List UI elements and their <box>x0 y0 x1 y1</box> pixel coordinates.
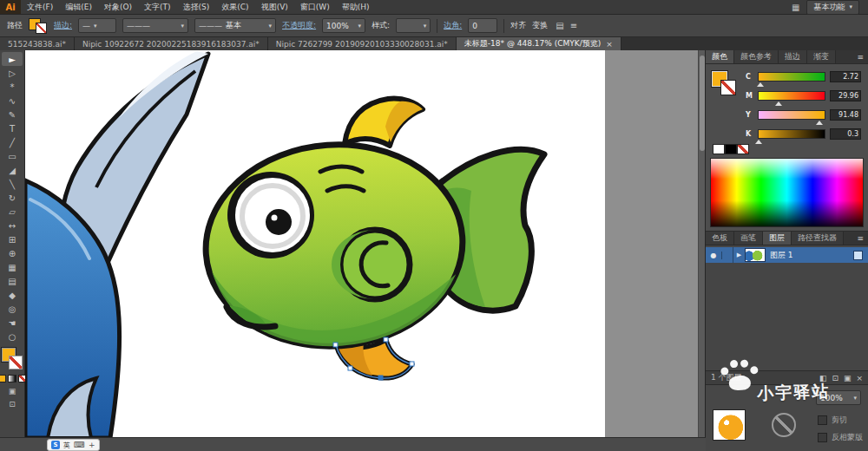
menu-view[interactable]: 视图(V) <box>255 0 294 14</box>
tab-gradient[interactable]: 渐变 <box>807 50 836 63</box>
menu-select[interactable]: 选择(S) <box>177 0 216 14</box>
yellow-value-field[interactable]: 91.48 <box>830 109 861 121</box>
document-tab[interactable]: 515243838.ai* <box>0 37 75 50</box>
menu-effect[interactable]: 效果(C) <box>215 0 254 14</box>
direct-selection-tool[interactable]: ▷ <box>2 66 23 80</box>
cyan-value-field[interactable]: 2.72 <box>830 71 861 82</box>
canvas-area[interactable] <box>25 50 706 438</box>
blue-fish[interactable] <box>25 51 208 438</box>
paintbrush-tool[interactable]: ◢ <box>2 163 23 177</box>
green-fish[interactable] <box>199 99 544 380</box>
layer-row[interactable]: ● ▶ 图层 1 <box>706 247 868 263</box>
opacity-select[interactable]: 100% ▾ <box>322 18 365 33</box>
object-thumbnail[interactable] <box>713 409 746 441</box>
invert-mask-option[interactable]: 反相蒙版 <box>818 432 863 443</box>
corner-label[interactable]: 边角: <box>444 20 462 31</box>
line-segment-tool[interactable]: ╱ <box>2 135 23 149</box>
arrange-documents-icon[interactable]: ▦ <box>792 3 799 12</box>
options-menu-icon[interactable]: ≡ <box>570 21 577 30</box>
menu-file[interactable]: 文件(F) <box>21 0 59 14</box>
shape-builder-tool[interactable]: ⊕ <box>2 246 23 260</box>
new-sublayer-icon[interactable]: ⊡ <box>832 374 838 382</box>
menu-window[interactable]: 窗口(W) <box>294 0 336 14</box>
screen-mode-button[interactable]: ⊡ <box>9 400 16 409</box>
hand-tool[interactable]: ☚ <box>2 316 23 330</box>
artboard-artwork[interactable] <box>25 50 605 438</box>
tab-layers[interactable]: 图层 <box>763 232 792 245</box>
blend-tool[interactable]: ◎ <box>2 302 23 316</box>
tab-color[interactable]: 颜色 <box>706 50 734 63</box>
gradient-mode-button[interactable] <box>8 375 16 382</box>
eyedropper-tool[interactable]: ◆ <box>2 288 23 302</box>
magenta-slider[interactable] <box>758 91 825 101</box>
tab-swatches[interactable]: 色板 <box>706 232 734 245</box>
free-transform-tool[interactable]: ⊞ <box>2 232 23 246</box>
gradient-tool[interactable]: ▤ <box>2 274 23 288</box>
selection-tool[interactable]: ► <box>2 52 23 66</box>
width-profile-select[interactable]: ——— ▾ <box>122 18 188 33</box>
align-panel-icon[interactable]: ▤ <box>556 21 563 30</box>
menu-help[interactable]: 帮助(H) <box>336 0 376 14</box>
opacity-panel-link[interactable]: 不透明度: <box>282 20 316 31</box>
workspace-switcher[interactable]: 基本功能 ▾ <box>806 0 859 15</box>
zoom-tool[interactable]: ○ <box>2 330 23 343</box>
selection-indicator[interactable] <box>853 251 863 260</box>
stroke-panel-link[interactable]: 描边: <box>54 20 72 31</box>
rectangle-tool[interactable]: ▭ <box>2 149 23 163</box>
clip-option[interactable]: 剪切 <box>818 415 863 426</box>
app-logo[interactable]: Ai <box>0 0 21 14</box>
stroke-swatch[interactable] <box>9 356 23 369</box>
menu-object[interactable]: 对象(O) <box>98 0 138 14</box>
tab-stroke[interactable]: 描边 <box>779 50 807 63</box>
none-swatch[interactable] <box>737 144 749 154</box>
new-layer-icon[interactable]: ▣ <box>844 374 852 382</box>
brush-select[interactable]: ——— 基本 ▾ <box>194 18 276 33</box>
menu-type[interactable]: 文字(T) <box>138 0 177 14</box>
transform-link[interactable]: 变换 <box>532 20 548 31</box>
tab-color-guide[interactable]: 颜色参考 <box>734 50 779 63</box>
fill-stroke-proxy[interactable] <box>712 71 738 97</box>
slider-handle[interactable] <box>757 79 764 87</box>
black-value-field[interactable]: 0.3 <box>830 128 861 140</box>
black-swatch[interactable] <box>725 144 737 154</box>
menu-edit[interactable]: 编辑(E) <box>59 0 98 14</box>
draw-mode-button[interactable]: ▣ <box>9 387 16 395</box>
opacity-select[interactable]: 100% ▾ <box>816 390 861 405</box>
style-select[interactable]: ▾ <box>396 18 431 33</box>
ime-lang-indicator[interactable]: 英 <box>63 441 70 450</box>
corner-field[interactable]: 0 <box>468 18 497 33</box>
fill-stroke-proxy[interactable] <box>29 17 48 34</box>
cyan-slider[interactable] <box>758 72 825 82</box>
color-mode-button[interactable] <box>0 375 6 382</box>
black-slider[interactable] <box>758 129 825 139</box>
sogou-icon[interactable]: S <box>51 441 60 449</box>
lasso-tool[interactable]: ∿ <box>2 94 23 108</box>
panel-menu-icon[interactable]: ≡ <box>852 232 868 245</box>
fill-stroke-proxy[interactable] <box>1 348 23 371</box>
magic-wand-tool[interactable]: * <box>2 80 23 94</box>
layer-name[interactable]: 图层 1 <box>770 250 853 261</box>
slider-handle[interactable] <box>775 98 782 106</box>
clip-checkbox[interactable] <box>818 415 827 425</box>
ime-toolbar[interactable]: S 英 ⌨ + <box>47 439 100 451</box>
document-tab[interactable]: Nipic 7262799 20190920103330028031.ai* <box>268 37 457 50</box>
artboard[interactable] <box>25 50 605 438</box>
slider-handle[interactable] <box>816 117 823 125</box>
document-tab[interactable]: Nipic 10922672 20200225183916183037.ai* <box>75 37 268 50</box>
align-link[interactable]: 对齐 <box>510 20 526 31</box>
scale-tool[interactable]: ▱ <box>2 205 23 219</box>
white-swatch[interactable] <box>713 144 725 154</box>
close-icon[interactable]: × <box>606 40 613 49</box>
yellow-slider[interactable] <box>758 110 825 120</box>
stroke-weight-select[interactable]: — ▾ <box>78 18 116 33</box>
panel-menu-icon[interactable]: ≡ <box>852 50 868 63</box>
ime-toolbox-icon[interactable]: + <box>89 441 95 449</box>
no-mask-icon[interactable] <box>772 413 796 437</box>
slider-handle[interactable] <box>755 136 762 144</box>
stroke-swatch[interactable] <box>720 80 736 95</box>
tab-pathfinder[interactable]: 路径查找器 <box>792 232 844 245</box>
document-tab-active[interactable]: 未标题-18* @ 448.17% (CMYK/预览) × <box>457 37 621 50</box>
disclosure-triangle-icon[interactable]: ▶ <box>733 252 745 258</box>
stroke-swatch[interactable] <box>36 23 47 34</box>
width-tool[interactable]: ↔ <box>2 219 23 232</box>
